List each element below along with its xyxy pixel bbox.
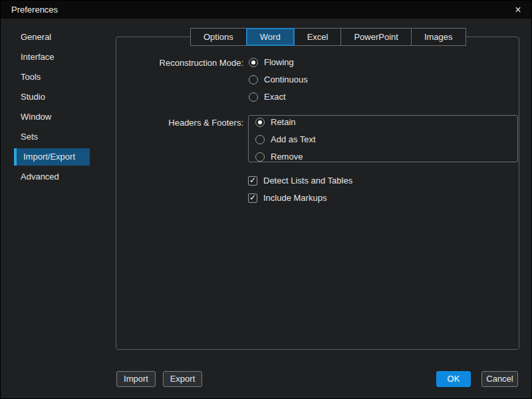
sidebar-item-general[interactable]: General: [1, 27, 115, 47]
checkbox-label: Detect Lists and Tables: [263, 176, 352, 186]
sidebar-item-sets[interactable]: Sets: [1, 127, 115, 147]
import-button[interactable]: Import: [116, 371, 156, 387]
radio-label: Continuous: [264, 74, 308, 84]
sidebar-item-interface[interactable]: Interface: [1, 47, 115, 67]
radio-add-as-text[interactable]: Add as Text: [255, 134, 316, 144]
radio-exact[interactable]: Exact: [249, 92, 286, 102]
sidebar: General Interface Tools Studio Window Se…: [1, 27, 115, 187]
radio-icon: [249, 58, 258, 67]
preferences-dialog: Preferences × General Interface Tools St…: [0, 0, 532, 399]
radio-label: Exact: [264, 92, 286, 102]
window-title: Preferences: [1, 5, 58, 15]
tab-excel[interactable]: Excel: [294, 28, 342, 46]
sidebar-item-studio[interactable]: Studio: [1, 87, 115, 107]
checkbox-include-markups[interactable]: Include Markups: [248, 193, 327, 203]
radio-label: Remove: [271, 152, 303, 162]
checkbox-icon: [248, 176, 257, 186]
radio-continuous[interactable]: Continuous: [249, 74, 308, 84]
sidebar-item-window[interactable]: Window: [1, 107, 115, 127]
checkbox-icon: [248, 194, 257, 203]
sidebar-item-tools[interactable]: Tools: [1, 67, 115, 87]
radio-label: Retain: [271, 117, 296, 127]
radio-retain[interactable]: Retain: [255, 117, 296, 127]
checkbox-label: Include Markups: [263, 193, 327, 203]
sidebar-item-import-export[interactable]: Import/Export: [14, 148, 90, 166]
radio-flowing[interactable]: Flowing: [249, 57, 294, 67]
headers-footers-label: Headers & Footers:: [116, 118, 243, 128]
reconstruction-mode-label: Reconstruction Mode:: [116, 58, 243, 68]
radio-remove[interactable]: Remove: [255, 152, 303, 162]
tab-bar: Options Word Excel PowerPoint Images: [190, 28, 466, 46]
sidebar-item-advanced[interactable]: Advanced: [1, 167, 115, 187]
tab-powerpoint[interactable]: PowerPoint: [340, 28, 411, 46]
close-icon[interactable]: ×: [512, 4, 524, 16]
cancel-button[interactable]: Cancel: [481, 371, 518, 387]
radio-label: Flowing: [264, 57, 294, 67]
radio-icon: [255, 135, 265, 144]
radio-icon: [255, 152, 265, 162]
tab-options[interactable]: Options: [190, 28, 247, 46]
radio-icon: [249, 75, 258, 84]
tab-images[interactable]: Images: [411, 28, 466, 46]
ok-button[interactable]: OK: [436, 371, 471, 387]
checkbox-detect-lists-and-tables[interactable]: Detect Lists and Tables: [248, 176, 352, 186]
tab-word[interactable]: Word: [246, 28, 295, 46]
radio-icon: [249, 92, 258, 102]
radio-label: Add as Text: [271, 134, 316, 144]
titlebar[interactable]: Preferences ×: [1, 1, 531, 19]
radio-icon: [255, 118, 265, 127]
export-button[interactable]: Export: [163, 371, 202, 387]
